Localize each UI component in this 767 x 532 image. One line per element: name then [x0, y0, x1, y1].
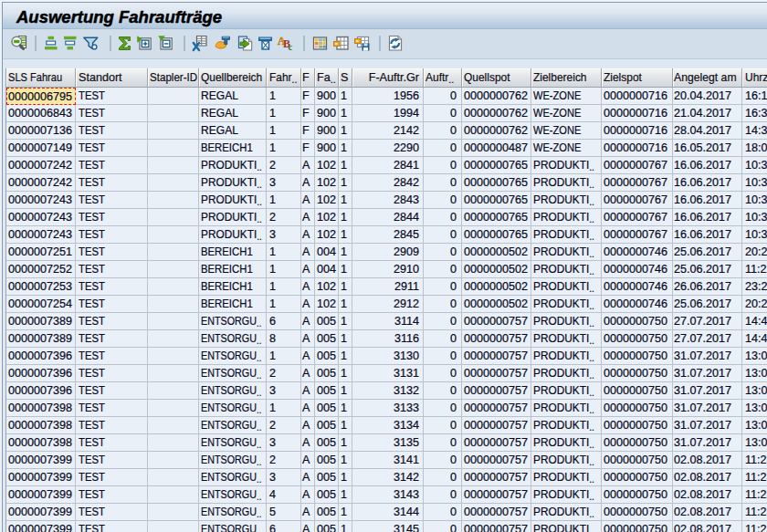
svg-text:c: c: [288, 41, 292, 52]
